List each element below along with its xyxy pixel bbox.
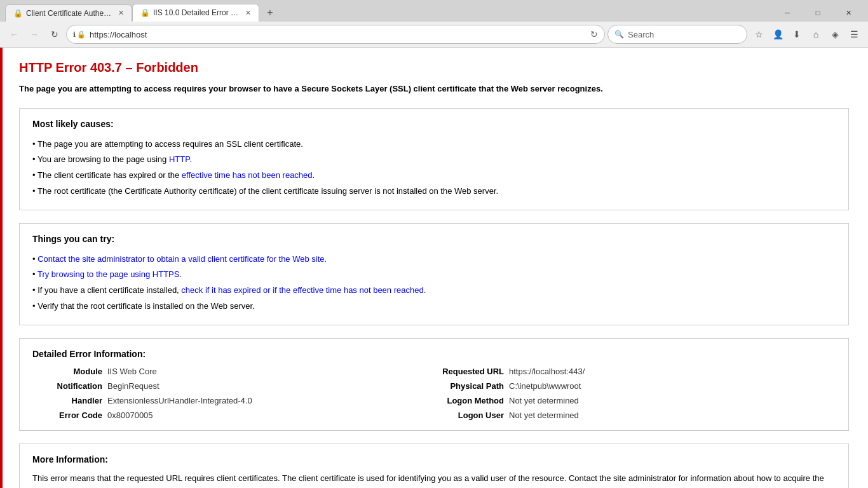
detail-row-notification: Notification BeginRequest bbox=[32, 381, 434, 391]
most-likely-causes-list: The page you are attempting to access re… bbox=[32, 137, 836, 200]
requested-url-label: Requested URL bbox=[434, 367, 504, 376]
tab-label-2: IIS 10.0 Detailed Error - 403.7 - ... bbox=[153, 8, 239, 17]
more-information-title: More Information: bbox=[32, 454, 836, 464]
security-icons: ℹ 🔒 bbox=[73, 30, 86, 39]
detail-row-logon-user: Logon User Not yet determined bbox=[434, 410, 836, 420]
bookmark-star-button[interactable]: ☆ bbox=[750, 25, 768, 43]
maximize-button[interactable]: □ bbox=[803, 4, 832, 21]
new-tab-button[interactable]: + bbox=[262, 4, 278, 21]
most-likely-causes-title: Most likely causes: bbox=[32, 119, 836, 129]
error-title: HTTP Error 403.7 – Forbidden bbox=[19, 60, 849, 75]
error-subtitle: The page you are attempting to access re… bbox=[19, 83, 849, 95]
errorcode-value: 0x80070005 bbox=[107, 410, 153, 420]
menu-button[interactable]: ☰ bbox=[845, 25, 863, 43]
tab-favicon-1: 🔒 bbox=[13, 9, 22, 18]
more-information-text: This error means that the requested URL … bbox=[32, 472, 836, 488]
logon-user-label: Logon User bbox=[434, 410, 504, 420]
home-button[interactable]: ⌂ bbox=[807, 25, 825, 43]
logon-method-value: Not yet determined bbox=[509, 396, 579, 405]
physical-path-label: Physical Path bbox=[434, 381, 504, 391]
physical-path-value: C:\inetpub\wwwroot bbox=[509, 381, 581, 391]
tab-close-2[interactable]: ✕ bbox=[245, 9, 251, 17]
detail-row-handler: Handler ExtensionlessUrlHandler-Integrat… bbox=[32, 396, 434, 405]
reading-list-button[interactable]: 👤 bbox=[769, 25, 787, 43]
address-refresh-icon[interactable]: ↻ bbox=[590, 29, 598, 39]
detail-row-requested-url: Requested URL https://localhost:443/ bbox=[434, 367, 836, 376]
download-button[interactable]: ⬇ bbox=[788, 25, 806, 43]
list-item: The page you are attempting to access re… bbox=[32, 137, 836, 152]
notification-value: BeginRequest bbox=[107, 381, 159, 391]
detail-row-logon-method: Logon Method Not yet determined bbox=[434, 396, 836, 405]
forward-button[interactable]: → bbox=[25, 25, 43, 43]
minimize-button[interactable]: ─ bbox=[773, 4, 802, 21]
effective-time-link[interactable]: effective time has not been reached. bbox=[182, 170, 315, 180]
detail-row-module: Module IIS Web Core bbox=[32, 367, 434, 376]
list-item: You are browsing to the page using HTTP. bbox=[32, 152, 836, 168]
left-accent-stripe bbox=[0, 48, 3, 488]
toolbar-actions: ☆ 👤 ⬇ ⌂ ◈ ☰ bbox=[750, 25, 863, 43]
tab-bar: 🔒 Client Certificate Authenti... ✕ 🔒 IIS… bbox=[0, 0, 868, 22]
address-text: https://localhost bbox=[90, 30, 584, 39]
toolbar: ← → ↻ ℹ 🔒 https://localhost ↻ 🔍 Search ☆… bbox=[0, 22, 868, 47]
requested-url-value: https://localhost:443/ bbox=[509, 367, 585, 376]
detail-left-col: Module IIS Web Core Notification BeginRe… bbox=[32, 367, 434, 420]
list-item: The root certificate (the Certificate Au… bbox=[32, 184, 836, 200]
browser-chrome: 🔒 Client Certificate Authenti... ✕ 🔒 IIS… bbox=[0, 0, 868, 48]
things-you-can-try-box: Things you can try: Contact the site adm… bbox=[19, 223, 849, 325]
detailed-error-title: Detailed Error Information: bbox=[32, 349, 836, 359]
detail-row-physical-path: Physical Path C:\inetpub\wwwroot bbox=[434, 381, 836, 391]
handler-label: Handler bbox=[32, 396, 102, 405]
tab-label-1: Client Certificate Authenti... bbox=[26, 9, 112, 18]
search-bar[interactable]: 🔍 Search bbox=[607, 25, 747, 44]
errorcode-label: Error Code bbox=[32, 410, 102, 420]
list-item: Contact the site administrator to obtain… bbox=[32, 252, 836, 268]
check-expired-link[interactable]: check if it has expired or if the effect… bbox=[181, 285, 426, 295]
list-item: Verify that the root certificate is inst… bbox=[32, 299, 836, 315]
http-link[interactable]: HTTP. bbox=[169, 154, 192, 164]
list-item: Try browsing to the page using HTTPS. bbox=[32, 267, 836, 283]
module-label: Module bbox=[32, 367, 102, 376]
tab-client-cert[interactable]: 🔒 Client Certificate Authenti... ✕ bbox=[5, 4, 132, 22]
back-button[interactable]: ← bbox=[5, 25, 23, 43]
pocket-button[interactable]: ◈ bbox=[826, 25, 844, 43]
detail-row-errorcode: Error Code 0x80070005 bbox=[32, 410, 434, 420]
lock-icon: 🔒 bbox=[77, 30, 86, 39]
things-you-can-try-title: Things you can try: bbox=[32, 234, 836, 244]
tab-iis-error[interactable]: 🔒 IIS 10.0 Detailed Error - 403.7 - ... … bbox=[132, 4, 259, 22]
contact-admin-link[interactable]: Contact the site administrator to obtain… bbox=[37, 254, 327, 264]
refresh-button[interactable]: ↻ bbox=[46, 25, 64, 43]
more-information-box: More Information: This error means that … bbox=[19, 444, 849, 488]
list-item: If you have a client certificate install… bbox=[32, 283, 836, 299]
search-input[interactable]: Search bbox=[628, 30, 654, 39]
detailed-error-box: Detailed Error Information: Module IIS W… bbox=[19, 338, 849, 431]
things-you-can-try-list: Contact the site administrator to obtain… bbox=[32, 252, 836, 315]
search-icon: 🔍 bbox=[614, 30, 624, 39]
most-likely-causes-box: Most likely causes: The page you are att… bbox=[19, 108, 849, 210]
module-value: IIS Web Core bbox=[107, 367, 157, 376]
notification-label: Notification bbox=[32, 381, 102, 391]
list-item: The client certificate has expired or th… bbox=[32, 168, 836, 184]
page-content: HTTP Error 403.7 – Forbidden The page yo… bbox=[0, 48, 868, 488]
logon-method-label: Logon Method bbox=[434, 396, 504, 405]
close-button[interactable]: ✕ bbox=[834, 4, 863, 21]
info-icon: ℹ bbox=[73, 30, 76, 39]
tab-favicon-2: 🔒 bbox=[140, 8, 149, 17]
detail-right-col: Requested URL https://localhost:443/ Phy… bbox=[434, 367, 836, 420]
address-bar[interactable]: ℹ 🔒 https://localhost ↻ bbox=[66, 25, 605, 44]
logon-user-value: Not yet determined bbox=[509, 410, 579, 420]
try-https-link[interactable]: Try browsing to the page using HTTPS. bbox=[37, 269, 182, 279]
detail-table: Module IIS Web Core Notification BeginRe… bbox=[32, 367, 836, 420]
tab-close-1[interactable]: ✕ bbox=[118, 9, 124, 17]
handler-value: ExtensionlessUrlHandler-Integrated-4.0 bbox=[107, 396, 252, 405]
window-controls: ─ □ ✕ bbox=[773, 4, 863, 21]
